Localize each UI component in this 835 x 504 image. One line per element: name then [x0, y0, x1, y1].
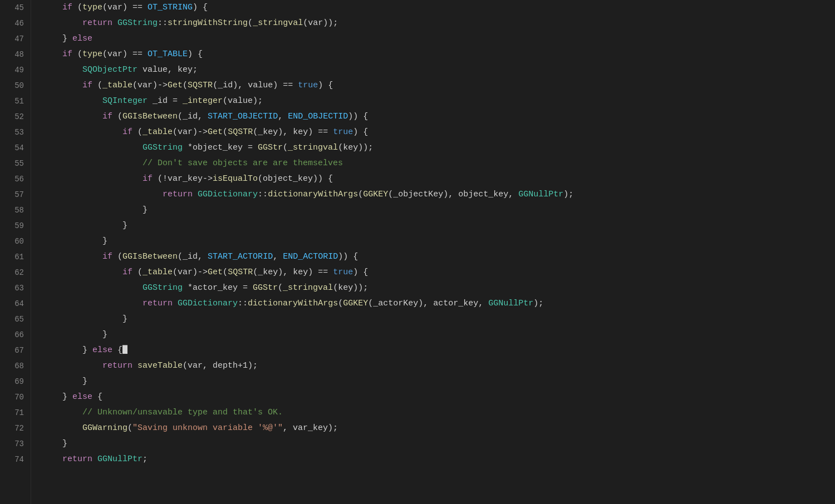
code-line: } [42, 436, 835, 452]
token: type [82, 3, 102, 12]
line-number: 72 [0, 421, 24, 436]
line-number: 55 [0, 156, 24, 171]
token [42, 408, 82, 417]
token: _stringval [288, 143, 338, 152]
token [193, 190, 198, 199]
token: ( [223, 127, 228, 137]
token: return [143, 299, 173, 308]
token [42, 423, 82, 433]
token: dictionaryWithArgs [268, 190, 358, 199]
token: (key)); [333, 283, 368, 293]
code-area[interactable]: if (type(var) == OT_STRING) { return GGS… [31, 0, 835, 504]
token: ( [183, 81, 188, 90]
token: ) { [193, 3, 208, 12]
token: GGKEY [363, 190, 388, 199]
token [42, 221, 122, 230]
token: (object_key)) { [258, 174, 333, 184]
token: true [333, 268, 353, 277]
token [92, 454, 97, 464]
token: return [163, 190, 193, 199]
code-line: if (_table(var)->Get(SQSTR(_id), value) … [42, 78, 835, 93]
token: ( [72, 50, 82, 59]
token: (value); [223, 96, 263, 106]
token: , var_key); [283, 423, 338, 433]
token [42, 143, 143, 152]
token: } [62, 439, 67, 448]
token: GGDictionary [198, 190, 258, 199]
token: ) { [353, 127, 368, 137]
token: START_ACTORID [208, 252, 273, 261]
token [42, 81, 82, 90]
token: if [102, 112, 112, 121]
code-line: } [42, 312, 835, 327]
token: _table [143, 127, 173, 137]
token: return [62, 454, 92, 464]
token [42, 18, 82, 28]
token: saveTable [137, 361, 183, 370]
token [42, 205, 143, 215]
token: :: [238, 299, 248, 308]
token: GGWarning [82, 423, 127, 433]
token: ( [338, 299, 343, 308]
token: START_OBJECTID [208, 112, 278, 121]
code-line: } else {█ [42, 343, 835, 358]
code-container: 4546474849505152535455565758596061626364… [0, 0, 835, 504]
token: { [92, 392, 102, 402]
token: █ [122, 345, 127, 355]
token: ( [132, 268, 143, 277]
token: type [82, 50, 102, 59]
token: GGStr [253, 283, 278, 293]
token: GGIsBetween [122, 252, 178, 261]
token: } [102, 330, 107, 339]
line-number: 45 [0, 0, 24, 16]
token [42, 3, 62, 12]
token: (var)); [303, 18, 338, 28]
token [42, 252, 102, 261]
line-number: 48 [0, 47, 24, 62]
token [112, 18, 117, 28]
token: return [82, 18, 112, 28]
token: if [122, 127, 132, 137]
code-line: SQInteger _id = _integer(value); [42, 93, 835, 109]
token [42, 268, 122, 277]
token: *object_key = [183, 143, 258, 152]
line-number: 63 [0, 280, 24, 296]
line-number: 53 [0, 125, 24, 140]
token [42, 361, 102, 370]
token: stringWithString [168, 18, 248, 28]
token: _stringval [283, 283, 333, 293]
token: SQSTR [228, 268, 253, 277]
code-line: } [42, 234, 835, 249]
line-number: 69 [0, 374, 24, 389]
token: Get [208, 127, 223, 137]
token: , [278, 112, 288, 121]
token: { [112, 345, 122, 355]
token [42, 377, 82, 386]
line-number: 56 [0, 171, 24, 187]
token: if [102, 252, 112, 261]
code-line: return GGString::stringWithString(_strin… [42, 16, 835, 31]
code-line: if (!var_key->isEqualTo(object_key)) { [42, 171, 835, 187]
token: SQSTR [188, 81, 213, 90]
token: _integer [183, 96, 223, 106]
token [42, 96, 102, 106]
token: ( [127, 423, 132, 433]
token: dictionaryWithArgs [248, 299, 338, 308]
code-line: } else [42, 31, 835, 47]
token: OT_TABLE [148, 50, 188, 59]
token: } [122, 314, 127, 324]
token: GGStr [258, 143, 283, 152]
token: END_ACTORID [283, 252, 338, 261]
line-number: 73 [0, 436, 24, 452]
token [42, 299, 143, 308]
line-number: 67 [0, 343, 24, 358]
token: GGNullPtr [488, 299, 533, 308]
code-line: SQObjectPtr value, key; [42, 62, 835, 78]
token: ( [112, 112, 122, 121]
line-number: 61 [0, 249, 24, 265]
code-line: GGString *object_key = GGStr(_stringval(… [42, 140, 835, 156]
token: if [122, 268, 132, 277]
token: } [82, 377, 87, 386]
token: if [62, 3, 72, 12]
token: Get [208, 268, 223, 277]
